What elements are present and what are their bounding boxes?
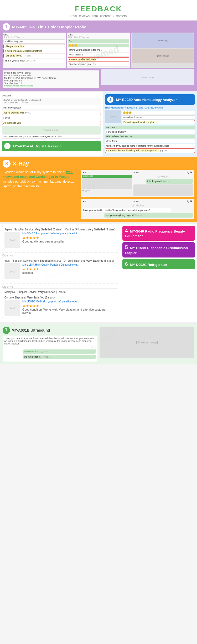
chat1-msg4: I will send to you 下午1:40 (3, 54, 65, 58)
review-item-3: Malaysia Supplier Service: Very Satisfie… (2, 288, 118, 318)
section2-box: 2 MY-B002D Auto Hematology Analyzer (105, 94, 195, 105)
xray-section: Mayamed 3 X-Ray Exported whole set of X-… (0, 157, 197, 222)
section7-num: 7 (3, 327, 10, 334)
review3-comment: Good condition. Works well. Very pleasan… (22, 308, 116, 314)
chat-col-1: Um... 最后上线今天下午2:20 it will be very good … (3, 33, 66, 68)
product-box-6: 6 MY-U002C Refrigerator (122, 259, 195, 269)
review-item-1: Japan Supplier Service: Very Satisfied (… (2, 226, 118, 250)
review1-product: MY-S040 CE approved radio frequency face… (22, 232, 116, 235)
device-image: [device image] (101, 69, 194, 85)
section7-reply1: Welcome dear 上午11:47 (23, 349, 96, 354)
chat1-msg3: If my friends ask Medical something (3, 49, 65, 53)
s3-ultrasound-img: [ultrasound image] (2, 126, 101, 134)
xray-chat2-header: Dr. Hu... (133, 200, 141, 203)
section2-right: 2 MY-B002D Auto Hematology Analyzer High… (103, 92, 197, 156)
xray-content: Exported whole set of X-ray system to on… (3, 170, 194, 219)
section7-image: [ultrasound image] (100, 327, 194, 358)
xray-calendar: 1月9号 周日 Ok 上午7:17 (82, 174, 133, 196)
xray-num: 3 (3, 160, 11, 168)
reviews-products-wrapper: Mayamed Japan Supplier Service: Very Sat… (0, 224, 197, 322)
review1-stars: ★★★★★ (22, 236, 116, 240)
section3-box: 3 MY-A005A All Digital Ultrasound (2, 141, 101, 151)
divider2 (2, 284, 118, 284)
product-box-4: 4 MY-S040 Radio Frequency Beauty Equipme… (122, 226, 195, 241)
section1-block: Mayamed 1 MY-A023H-N 3 in 1 Color Dopple… (0, 20, 197, 91)
section1-chats: Um... 最后上线今天下午2:20 it will be very good … (3, 33, 194, 68)
section7-reply2: It's my pleasure 上午11:11 (23, 355, 96, 359)
review2-comment: satisfied (22, 271, 116, 274)
xray-chat2: ◀ 35 Dr. Hu... 📞 ☎ 3月17号 周四 have you sta… (81, 199, 194, 219)
section7-header: 7 MY-A031B Ultrasound (3, 327, 97, 334)
xray-header: 3 X-Ray (3, 160, 194, 168)
section23-wrapper: 2020/6/5 what's the recent effect of our… (0, 92, 197, 156)
review1-supplier: Japan Supplier Service: Very Satisfied (… (4, 228, 116, 231)
page-header: FEEDBACK Real Reviews From Different Cus… (0, 0, 197, 20)
review3-stars: ★★★★★ (22, 304, 116, 308)
product-box-5: 5 MY-L158A Disposable Circumcision Stapl… (122, 242, 195, 257)
chat-col-2: Um... 最后上线今天下午2:20 Ok 😊😊😊 I think your p… (67, 33, 130, 68)
section7-msg: Thank you dear Emma ,we have received th… (4, 337, 96, 345)
xray-highlight-text: well-known and respected Cardiologist in… (3, 170, 73, 179)
review3-product: MY-U002C Medical cryogenic refrigeration… (22, 300, 116, 303)
s3-working: Yes its working well 下午4... (2, 111, 101, 115)
xray-question: have you started to use the X-ray system… (82, 208, 171, 212)
s2-device-img: [device] (105, 110, 121, 123)
section7-title: MY-A031B Ultrasound (12, 328, 50, 332)
section7-block: Mayamed 7 MY-A031B Ultrasound Thank you … (0, 324, 197, 364)
section1-num: 1 (3, 23, 10, 30)
s3-hello: Hello sweetheart (2, 106, 101, 110)
review1-img: [img] (4, 232, 20, 248)
reviews-section: Mayamed Japan Supplier Service: Very Sat… (0, 224, 120, 322)
divider1 (2, 252, 118, 253)
review3-img: [img] (4, 300, 20, 316)
section1-title: MY-A023H-N 3 in 1 Color Doppler Probe (12, 25, 86, 29)
review3-supplier: Malaysia Supplier Service: Very Satisfie… (4, 291, 116, 299)
page-title: FEEDBACK (3, 5, 194, 13)
s3-thanks: All thanks to you (2, 121, 101, 125)
chat1-msg5: Thank you so much 上午11:40 (3, 59, 65, 63)
chat1-msg1: it will be very good (3, 39, 65, 44)
s3-chat-left: what's the recent effect of our ultrasou… (2, 98, 101, 105)
xray-chat1-right: 3月22号 周二 It looks great ! 下午1:10 (133, 174, 193, 196)
chat1-name: Um... (3, 33, 65, 36)
xray-image-preview (133, 184, 193, 196)
xray-answer: Yes yes everything is good 下午3:26 (104, 213, 193, 218)
review2-stars: ★★★★★ (22, 267, 116, 271)
chat1-msg2: I like your Machine (3, 44, 65, 48)
xray-chat1: ◀ 35 Dr. Hu... 📞 ☎ 1月9号 周日 Ok 上午7:17 3月2… (81, 170, 194, 197)
xray-looks-great: It looks great ! 下午1:10 (146, 179, 193, 184)
review-item-2: India Supplier Service: Very Satisfied (… (2, 257, 118, 281)
section3-left: 2020/6/5 what's the recent effect of our… (0, 92, 103, 156)
product-img-1: [probe img] (132, 33, 194, 48)
section7-left: 7 MY-A031B Ultrasound Thank you dear Emm… (3, 327, 97, 362)
review2-supplier: India Supplier Service: Very Satisfied (… (4, 259, 116, 262)
product-boxes-right: 4 MY-S040 Radio Frequency Beauty Equipme… (120, 224, 197, 322)
section7-chat: Thank you dear Emma ,we have received th… (3, 336, 97, 362)
review2-img: [img] (4, 263, 20, 279)
section7-time1: 17:12 (4, 346, 96, 348)
xray-description: Exported whole set of X-ray system to on… (3, 170, 79, 219)
review1-comment: Good quality and very nice seller (22, 240, 116, 243)
product-img-2: [probe img 2] (132, 49, 194, 63)
section1-header: 1 MY-A023H-N 3 in 1 Color Doppler Probe (3, 23, 194, 30)
device-info-row: Probe build in WIFI signal Lithium Batte… (3, 69, 194, 88)
xray-chat1-header: Dr. Hu... (133, 171, 141, 174)
review2-product: MY-L158A High Quality Portable Disposabl… (22, 263, 116, 266)
device-info: Probe build in WIFI signal Lithium Batte… (3, 70, 99, 88)
xray-title: X-Ray (13, 160, 29, 167)
chat-col-3: [probe img] [probe img 2] (131, 33, 194, 68)
page-subtitle: Real Reviews From Different Customers (3, 14, 194, 18)
xray-chat-area: ◀ 35 Dr. Hu... 📞 ☎ 1月9号 周日 Ok 上午7:17 3月2… (81, 170, 194, 219)
